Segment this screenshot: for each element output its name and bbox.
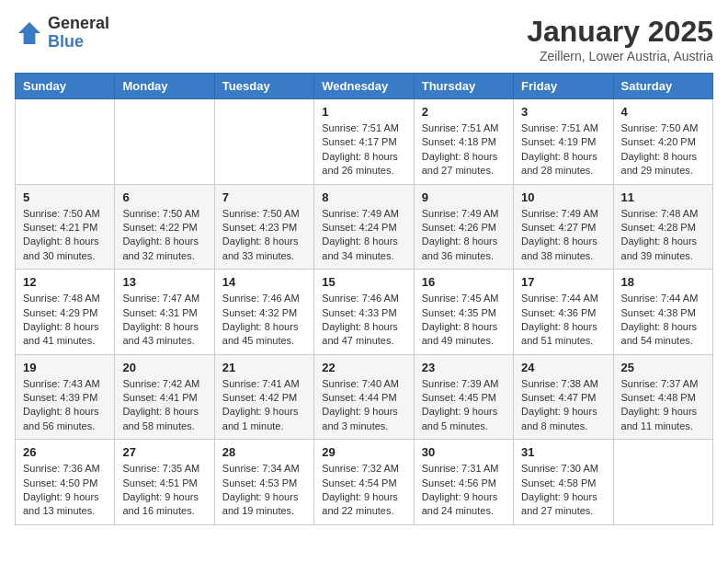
calendar-week-row: 26Sunrise: 7:36 AM Sunset: 4:50 PM Dayli…: [16, 440, 713, 525]
calendar-cell: 12Sunrise: 7:48 AM Sunset: 4:29 PM Dayli…: [16, 270, 115, 355]
day-info: Sunrise: 7:44 AM Sunset: 4:38 PM Dayligh…: [621, 292, 705, 349]
day-info: Sunrise: 7:49 AM Sunset: 4:26 PM Dayligh…: [422, 207, 506, 264]
day-info: Sunrise: 7:50 AM Sunset: 4:23 PM Dayligh…: [222, 207, 306, 264]
day-number: 1: [322, 105, 405, 119]
calendar-week-row: 5Sunrise: 7:50 AM Sunset: 4:21 PM Daylig…: [16, 184, 713, 270]
logo-general: General: [48, 15, 109, 33]
calendar-cell: 27Sunrise: 7:35 AM Sunset: 4:51 PM Dayli…: [115, 440, 214, 525]
day-info: Sunrise: 7:49 AM Sunset: 4:24 PM Dayligh…: [322, 207, 405, 264]
day-number: 8: [322, 190, 405, 204]
day-of-week-header: Saturday: [613, 74, 712, 99]
day-info: Sunrise: 7:30 AM Sunset: 4:58 PM Dayligh…: [521, 462, 605, 519]
calendar-cell: 21Sunrise: 7:41 AM Sunset: 4:42 PM Dayli…: [214, 354, 313, 440]
calendar-cell: 19Sunrise: 7:43 AM Sunset: 4:39 PM Dayli…: [16, 354, 115, 440]
calendar-cell: 24Sunrise: 7:38 AM Sunset: 4:47 PM Dayli…: [514, 354, 613, 440]
day-number: 23: [422, 361, 506, 374]
logo-text: General Blue: [48, 15, 109, 52]
calendar-cell: 9Sunrise: 7:49 AM Sunset: 4:26 PM Daylig…: [414, 184, 513, 270]
day-number: 31: [521, 445, 605, 459]
calendar-cell: 16Sunrise: 7:45 AM Sunset: 4:35 PM Dayli…: [414, 270, 513, 355]
calendar-header-row: SundayMondayTuesdayWednesdayThursdayFrid…: [16, 74, 713, 99]
day-number: 6: [122, 190, 206, 204]
calendar-cell: 15Sunrise: 7:46 AM Sunset: 4:33 PM Dayli…: [314, 270, 414, 355]
day-info: Sunrise: 7:46 AM Sunset: 4:32 PM Dayligh…: [222, 292, 306, 349]
logo-blue: Blue: [48, 33, 109, 52]
day-number: 2: [422, 105, 506, 119]
calendar-cell: 2Sunrise: 7:51 AM Sunset: 4:18 PM Daylig…: [414, 99, 513, 185]
day-number: 20: [122, 361, 206, 374]
calendar-cell: 5Sunrise: 7:50 AM Sunset: 4:21 PM Daylig…: [16, 184, 115, 270]
day-info: Sunrise: 7:50 AM Sunset: 4:21 PM Dayligh…: [23, 207, 107, 264]
calendar-cell: 18Sunrise: 7:44 AM Sunset: 4:38 PM Dayli…: [613, 270, 712, 355]
calendar-cell: 3Sunrise: 7:51 AM Sunset: 4:19 PM Daylig…: [514, 99, 613, 185]
calendar-cell: 1Sunrise: 7:51 AM Sunset: 4:17 PM Daylig…: [314, 99, 414, 185]
day-number: 30: [422, 445, 506, 459]
calendar-cell: 11Sunrise: 7:48 AM Sunset: 4:28 PM Dayli…: [613, 184, 712, 270]
calendar-cell: 20Sunrise: 7:42 AM Sunset: 4:41 PM Dayli…: [115, 354, 214, 440]
day-info: Sunrise: 7:46 AM Sunset: 4:33 PM Dayligh…: [322, 292, 405, 349]
day-number: 27: [122, 445, 206, 459]
day-info: Sunrise: 7:48 AM Sunset: 4:28 PM Dayligh…: [621, 207, 705, 264]
calendar-cell: 26Sunrise: 7:36 AM Sunset: 4:50 PM Dayli…: [16, 440, 115, 525]
calendar-table: SundayMondayTuesdayWednesdayThursdayFrid…: [15, 73, 713, 525]
day-info: Sunrise: 7:43 AM Sunset: 4:39 PM Dayligh…: [23, 377, 107, 434]
day-number: 19: [23, 361, 107, 374]
calendar-cell: 6Sunrise: 7:50 AM Sunset: 4:22 PM Daylig…: [115, 184, 214, 270]
day-number: 18: [621, 275, 705, 289]
day-of-week-header: Thursday: [414, 74, 513, 99]
calendar-cell: 7Sunrise: 7:50 AM Sunset: 4:23 PM Daylig…: [214, 184, 313, 270]
day-info: Sunrise: 7:31 AM Sunset: 4:56 PM Dayligh…: [422, 462, 506, 519]
day-number: 16: [422, 275, 506, 289]
svg-marker-0: [18, 22, 40, 44]
calendar-cell: 22Sunrise: 7:40 AM Sunset: 4:44 PM Dayli…: [314, 354, 414, 440]
day-info: Sunrise: 7:45 AM Sunset: 4:35 PM Dayligh…: [422, 292, 506, 349]
day-number: 29: [322, 445, 405, 459]
calendar-cell: 8Sunrise: 7:49 AM Sunset: 4:24 PM Daylig…: [314, 184, 414, 270]
day-info: Sunrise: 7:32 AM Sunset: 4:54 PM Dayligh…: [322, 462, 405, 519]
calendar-week-row: 1Sunrise: 7:51 AM Sunset: 4:17 PM Daylig…: [16, 99, 713, 185]
day-number: 14: [222, 275, 306, 289]
calendar-cell: 25Sunrise: 7:37 AM Sunset: 4:48 PM Dayli…: [613, 354, 712, 440]
day-number: 21: [222, 361, 306, 374]
day-info: Sunrise: 7:51 AM Sunset: 4:17 PM Dayligh…: [322, 121, 405, 178]
day-info: Sunrise: 7:50 AM Sunset: 4:20 PM Dayligh…: [621, 121, 705, 178]
calendar-cell: 30Sunrise: 7:31 AM Sunset: 4:56 PM Dayli…: [414, 440, 513, 525]
day-number: 22: [322, 361, 405, 374]
calendar-cell: 13Sunrise: 7:47 AM Sunset: 4:31 PM Dayli…: [115, 270, 214, 355]
day-of-week-header: Friday: [514, 74, 613, 99]
day-info: Sunrise: 7:39 AM Sunset: 4:45 PM Dayligh…: [422, 377, 506, 434]
logo: General Blue: [15, 15, 109, 52]
day-number: 9: [422, 190, 506, 204]
calendar-cell: 23Sunrise: 7:39 AM Sunset: 4:45 PM Dayli…: [414, 354, 513, 440]
day-of-week-header: Tuesday: [214, 74, 313, 99]
calendar-cell: 29Sunrise: 7:32 AM Sunset: 4:54 PM Dayli…: [314, 440, 414, 525]
calendar-week-row: 12Sunrise: 7:48 AM Sunset: 4:29 PM Dayli…: [16, 270, 713, 355]
day-number: 10: [521, 190, 605, 204]
location-subtitle: Zeillern, Lower Austria, Austria: [527, 49, 713, 63]
day-number: 24: [521, 361, 605, 374]
day-info: Sunrise: 7:51 AM Sunset: 4:18 PM Dayligh…: [422, 121, 506, 178]
day-info: Sunrise: 7:51 AM Sunset: 4:19 PM Dayligh…: [521, 121, 605, 178]
calendar-cell: [16, 99, 115, 185]
calendar-cell: 4Sunrise: 7:50 AM Sunset: 4:20 PM Daylig…: [613, 99, 712, 185]
day-of-week-header: Wednesday: [314, 74, 414, 99]
calendar-cell: [214, 99, 313, 185]
day-info: Sunrise: 7:44 AM Sunset: 4:36 PM Dayligh…: [521, 292, 605, 349]
day-info: Sunrise: 7:47 AM Sunset: 4:31 PM Dayligh…: [122, 292, 206, 349]
logo-icon: [15, 18, 44, 48]
day-number: 28: [222, 445, 306, 459]
day-of-week-header: Sunday: [16, 74, 115, 99]
day-info: Sunrise: 7:50 AM Sunset: 4:22 PM Dayligh…: [122, 207, 206, 264]
calendar-week-row: 19Sunrise: 7:43 AM Sunset: 4:39 PM Dayli…: [16, 354, 713, 440]
month-title: January 2025: [527, 15, 713, 49]
day-info: Sunrise: 7:36 AM Sunset: 4:50 PM Dayligh…: [23, 462, 107, 519]
day-of-week-header: Monday: [115, 74, 214, 99]
page-header: General Blue January 2025 Zeillern, Lowe…: [15, 15, 713, 63]
day-number: 11: [621, 190, 705, 204]
day-number: 13: [122, 275, 206, 289]
day-info: Sunrise: 7:38 AM Sunset: 4:47 PM Dayligh…: [521, 377, 605, 434]
day-info: Sunrise: 7:37 AM Sunset: 4:48 PM Dayligh…: [621, 377, 705, 434]
day-number: 26: [23, 445, 107, 459]
day-number: 12: [23, 275, 107, 289]
day-info: Sunrise: 7:41 AM Sunset: 4:42 PM Dayligh…: [222, 377, 306, 434]
